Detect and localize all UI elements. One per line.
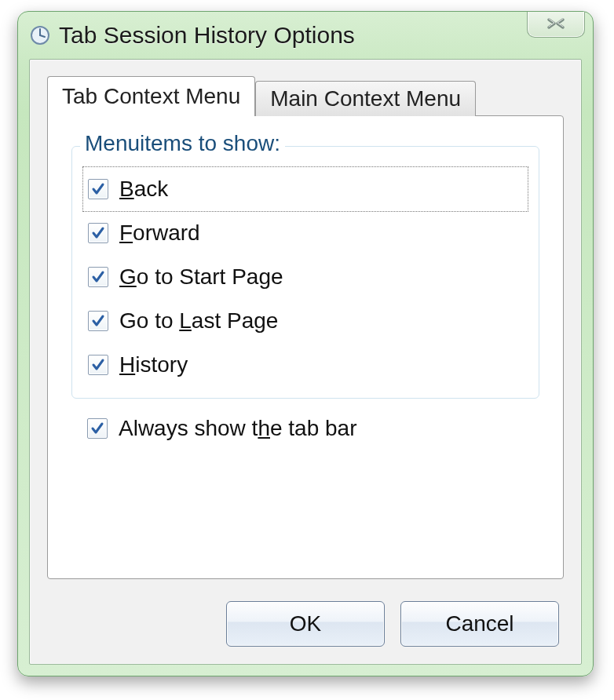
checkbox-back[interactable] — [88, 179, 108, 199]
dialog-button-row: OK Cancel — [226, 601, 559, 647]
tab-strip: Tab Context Menu Main Context Menu — [47, 77, 564, 116]
ok-button-label: OK — [290, 611, 321, 636]
cancel-button-label: Cancel — [445, 611, 513, 636]
close-icon — [545, 16, 567, 31]
label-go-to-last-page: Go to Last Page — [119, 308, 278, 334]
label-back: Back — [119, 177, 168, 202]
dialog-window: Tab Session History Options Tab Context … — [17, 11, 594, 676]
client-area: Tab Context Menu Main Context Menu Menui… — [29, 59, 582, 665]
ok-button[interactable]: OK — [226, 601, 385, 647]
label-history: History — [119, 352, 188, 377]
label-go-to-start-page: Go to Start Page — [119, 264, 283, 290]
window-title: Tab Session History Options — [59, 22, 355, 49]
tab-control: Tab Context Menu Main Context Menu Menui… — [47, 77, 564, 579]
label-forward: Forward — [119, 221, 200, 246]
row-go-to-last-page: Go to Last Page — [83, 299, 528, 343]
checkbox-go-to-last-page[interactable] — [88, 311, 108, 331]
row-go-to-start-page: Go to Start Page — [83, 255, 528, 299]
close-button[interactable] — [527, 11, 585, 38]
groupbox-menuitems: Menuitems to show: BackForwardGo to Star… — [71, 146, 539, 399]
row-back: Back — [83, 167, 528, 211]
groupbox-legend: Menuitems to show: — [80, 131, 285, 156]
row-forward: Forward — [83, 211, 528, 255]
checkbox-always-show-tab-bar[interactable] — [87, 418, 108, 439]
titlebar: Tab Session History Options — [18, 12, 593, 59]
checkbox-history[interactable] — [88, 355, 108, 375]
checkbox-forward[interactable] — [88, 223, 108, 243]
row-always-show-tab-bar: Always show the tab bar — [71, 416, 539, 441]
app-icon — [29, 24, 51, 46]
tab-label: Main Context Menu — [270, 86, 461, 111]
row-history: History — [83, 343, 528, 387]
tab-tab-context-menu[interactable]: Tab Context Menu — [47, 76, 255, 116]
checkbox-go-to-start-page[interactable] — [88, 267, 108, 287]
tab-label: Tab Context Menu — [62, 84, 240, 109]
label-always-show-tab-bar: Always show the tab bar — [119, 416, 357, 441]
cancel-button[interactable]: Cancel — [400, 601, 559, 647]
tab-main-context-menu[interactable]: Main Context Menu — [255, 81, 476, 116]
tab-page-tab-context-menu: Menuitems to show: BackForwardGo to Star… — [47, 115, 564, 579]
